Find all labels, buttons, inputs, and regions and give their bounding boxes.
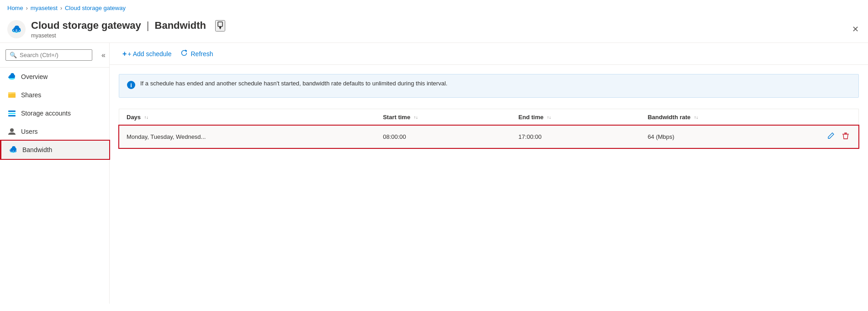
storage-accounts-icon — [7, 109, 16, 118]
sidebar-item-storage-accounts-label: Storage accounts — [21, 110, 71, 117]
sidebar-nav: Overview Shares Storage accounts — [0, 68, 109, 159]
users-icon — [7, 127, 16, 136]
sort-arrows-bandwidth-rate: ↑↓ — [694, 116, 698, 120]
breadcrumb-sep-1: › — [26, 5, 28, 11]
refresh-button[interactable]: Refresh — [177, 47, 217, 60]
sidebar: 🔍 « Overview Shares — [0, 43, 110, 304]
svg-rect-7 — [219, 26, 221, 28]
col-start-time-label: Start time — [383, 114, 410, 121]
sidebar-item-shares-label: Shares — [21, 91, 41, 99]
sort-arrows-start-time: ↑↓ — [414, 116, 418, 120]
refresh-label: Refresh — [191, 50, 213, 58]
breadcrumb-page[interactable]: Cloud storage gateway — [65, 5, 126, 11]
svg-rect-11 — [8, 94, 16, 98]
close-button[interactable]: ✕ — [852, 24, 859, 34]
col-end-time[interactable]: End time ↑↓ — [511, 109, 640, 126]
svg-rect-25 — [842, 134, 849, 135]
pin-button[interactable] — [215, 20, 225, 32]
cell-days: Monday, Tuesday, Wednesd... — [119, 126, 376, 148]
header-title: Cloud storage gateway | Bandwidth — [31, 20, 225, 32]
edit-row-button[interactable] — [826, 131, 836, 142]
header-divider: | — [147, 20, 149, 32]
info-banner: i If a schedule has ended and another sc… — [119, 74, 859, 98]
svg-point-16 — [10, 128, 14, 132]
content-area: i If a schedule has ended and another sc… — [110, 65, 868, 158]
table-row: Monday, Tuesday, Wednesd... 08:00:00 17:… — [119, 126, 858, 148]
breadcrumb-resource[interactable]: myasetest — [31, 5, 58, 11]
header-resource-name: Cloud storage gateway — [31, 20, 141, 32]
col-start-time[interactable]: Start time ↑↓ — [376, 109, 511, 126]
collapse-sidebar-button[interactable]: « — [98, 51, 109, 59]
breadcrumb: Home › myasetest › Cloud storage gateway — [0, 0, 868, 16]
row-actions — [826, 131, 851, 142]
col-end-time-label: End time — [519, 114, 544, 121]
table-body: Monday, Tuesday, Wednesd... 08:00:00 17:… — [119, 126, 858, 148]
sidebar-item-bandwidth-label: Bandwidth — [22, 146, 52, 153]
sidebar-item-overview[interactable]: Overview — [0, 68, 109, 86]
cell-start-time: 08:00:00 — [376, 126, 511, 148]
bandwidth-table-container: Days ↑↓ Start time ↑↓ End time ↑↓ — [119, 109, 859, 148]
main-content: + + Add schedule Refresh i If a schedule… — [110, 43, 868, 304]
header-subtitle: myasetest — [31, 32, 225, 39]
header-section-name: Bandwidth — [155, 20, 206, 32]
col-bandwidth-rate[interactable]: Bandwidth rate ↑↓ — [640, 109, 818, 126]
refresh-icon — [180, 49, 188, 58]
sidebar-item-bandwidth[interactable]: Bandwidth — [0, 141, 109, 159]
sidebar-item-overview-label: Overview — [21, 73, 48, 80]
search-box[interactable]: 🔍 — [5, 49, 92, 61]
svg-text:i: i — [130, 82, 132, 89]
bandwidth-icon — [9, 145, 18, 154]
col-days-label: Days — [127, 114, 141, 121]
table-header: Days ↑↓ Start time ↑↓ End time ↑↓ — [119, 109, 858, 126]
add-schedule-icon: + — [122, 50, 127, 58]
sidebar-item-shares[interactable]: Shares — [0, 86, 109, 104]
overview-icon — [7, 72, 16, 81]
bandwidth-table: Days ↑↓ Start time ↑↓ End time ↑↓ — [119, 109, 858, 148]
cell-end-time: 17:00:00 — [511, 126, 640, 148]
svg-rect-15 — [8, 115, 16, 116]
page-header: Cloud storage gateway | Bandwidth myaset… — [0, 16, 868, 43]
svg-rect-13 — [8, 111, 16, 112]
info-icon: i — [127, 80, 136, 92]
sidebar-item-storage-accounts[interactable]: Storage accounts — [0, 104, 109, 122]
col-actions — [818, 109, 858, 126]
sidebar-item-users-label: Users — [21, 128, 38, 135]
col-bandwidth-rate-label: Bandwidth rate — [648, 114, 691, 121]
col-days[interactable]: Days ↑↓ — [119, 109, 376, 126]
svg-rect-26 — [844, 133, 847, 134]
cell-actions — [818, 126, 858, 148]
search-icon: 🔍 — [10, 52, 17, 58]
toolbar: + + Add schedule Refresh — [110, 43, 868, 65]
search-input[interactable] — [20, 52, 88, 58]
add-schedule-label: + Add schedule — [127, 50, 171, 58]
cell-bandwidth-rate: 64 (Mbps) — [640, 126, 818, 148]
sort-arrows-end-time: ↑↓ — [547, 116, 551, 120]
shares-icon — [7, 90, 16, 100]
svg-rect-14 — [8, 113, 16, 114]
sort-arrows-days: ↑↓ — [144, 116, 148, 120]
resource-icon — [7, 20, 26, 38]
sidebar-item-users[interactable]: Users — [0, 122, 109, 141]
breadcrumb-sep-2: › — [60, 5, 62, 11]
svg-rect-12 — [8, 92, 11, 94]
info-banner-text: If a schedule has ended and another sche… — [140, 80, 447, 87]
svg-rect-6 — [218, 22, 222, 26]
delete-row-button[interactable] — [840, 131, 851, 142]
header-title-block: Cloud storage gateway | Bandwidth myaset… — [31, 20, 225, 39]
main-layout: 🔍 « Overview Shares — [0, 43, 868, 304]
breadcrumb-home[interactable]: Home — [7, 5, 23, 11]
add-schedule-button[interactable]: + + Add schedule — [119, 48, 175, 60]
